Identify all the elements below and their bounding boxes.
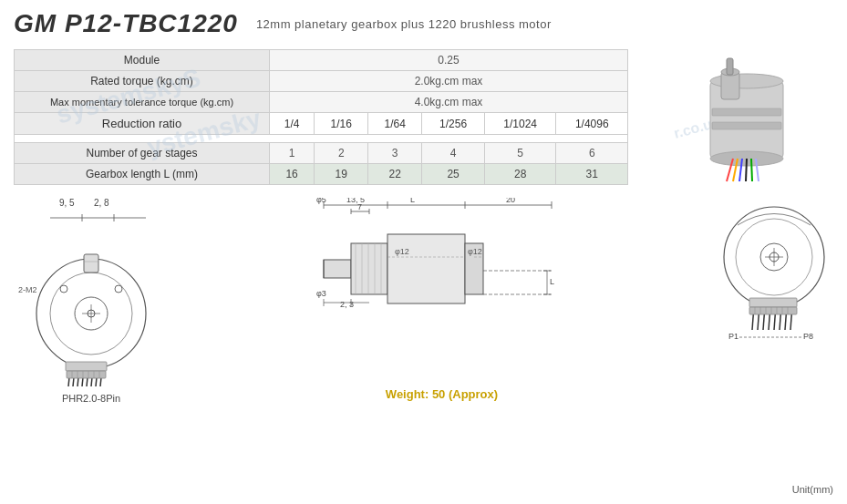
reduction-ratio-row: Reduction ratio 1/4 1/16 1/64 1/256 1/10… — [15, 113, 628, 135]
gear-stage-4: 4 — [422, 143, 485, 164]
module-label: Module — [15, 50, 270, 71]
unit-label: Unit(mm) — [792, 484, 833, 495]
svg-text:2, 3: 2, 3 — [340, 300, 354, 309]
svg-rect-28 — [84, 254, 98, 273]
product-subtitle: 12mm planetary gearbox plus 1220 brushle… — [256, 17, 552, 31]
page-container: GM P12-TBC1220 12mm planetary gearbox pl… — [0, 0, 847, 504]
weight-label: Weight: 50 (Approx) — [182, 387, 701, 401]
svg-rect-40 — [67, 371, 106, 378]
svg-text:φ3: φ3 — [316, 289, 326, 298]
svg-text:φ12: φ12 — [395, 247, 409, 256]
gear-stage-2: 2 — [315, 143, 368, 164]
svg-rect-63 — [387, 234, 465, 303]
svg-text:P1: P1 — [728, 332, 739, 341]
length-6: 31 — [556, 164, 628, 185]
svg-rect-99 — [749, 298, 797, 307]
length-3: 22 — [368, 164, 422, 185]
reduction-ratio-label: Reduction ratio — [15, 113, 270, 135]
drawing-center: φ5 13, 5 L 20 φ12 — [178, 198, 706, 401]
gearbox-length-label: Gearbox length L (mm) — [15, 164, 270, 185]
phr-label: PHR2.0-8Pin — [14, 393, 169, 404]
side-view-svg: φ5 13, 5 L 20 φ12 — [296, 198, 588, 380]
svg-point-27 — [115, 285, 122, 293]
length-1: 16 — [270, 164, 315, 185]
ratio-4: 1/256 — [422, 113, 485, 135]
length-5: 28 — [484, 164, 556, 185]
svg-rect-14 — [712, 122, 781, 129]
svg-text:13, 5: 13, 5 — [346, 198, 365, 204]
svg-rect-6 — [727, 58, 733, 75]
svg-line-11 — [751, 159, 752, 181]
max-torque-row: Max momentary tolerance torque (kg.cm) 4… — [15, 92, 628, 113]
rated-torque-value: 2.0kg.cm max — [270, 71, 628, 92]
gear-stage-6: 6 — [556, 143, 628, 164]
svg-rect-100 — [749, 307, 797, 314]
svg-point-26 — [60, 285, 67, 293]
gear-stages-label: Number of gear stages — [15, 143, 270, 164]
max-torque-value: 4.0kg.cm max — [270, 92, 628, 113]
ratio-1: 1/4 — [270, 113, 315, 135]
length-4: 25 — [422, 164, 485, 185]
gearbox-length-row: Gearbox length L (mm) 16 19 22 25 28 31 — [15, 164, 628, 185]
specs-area: Module 0.25 Rated torque (kg.cm) 2.0kg.c… — [14, 49, 833, 190]
ratio-5: 1/1024 — [484, 113, 556, 135]
product-image: r.co.uk — [642, 49, 833, 190]
rated-torque-label: Rated torque (kg.cm) — [15, 71, 270, 92]
header: GM P12-TBC1220 12mm planetary gearbox pl… — [14, 9, 833, 38]
product-image-svg: r.co.uk — [646, 54, 829, 186]
ratio-6: 1/4096 — [556, 113, 628, 135]
drawing-right: P1 P8 — [715, 198, 833, 374]
max-torque-label: Max momentary tolerance torque (kg.cm) — [15, 92, 270, 113]
module-row: Module 0.25 — [15, 50, 628, 71]
svg-text:L: L — [550, 277, 554, 286]
svg-rect-56 — [324, 260, 351, 278]
rated-torque-row: Rated torque (kg.cm) 2.0kg.cm max — [15, 71, 628, 92]
svg-text:L: L — [410, 198, 415, 204]
gear-stage-5: 5 — [484, 143, 556, 164]
rear-view-svg: P1 P8 — [715, 198, 833, 371]
svg-rect-57 — [351, 243, 387, 294]
svg-line-10 — [746, 159, 747, 181]
product-title: GM P12-TBC1220 — [14, 9, 238, 38]
svg-rect-13 — [712, 108, 781, 116]
svg-rect-39 — [66, 362, 107, 371]
ratio-2: 1/16 — [315, 113, 368, 135]
svg-text:20: 20 — [506, 198, 515, 204]
svg-text:7: 7 — [357, 202, 362, 211]
gear-stage-1: 1 — [270, 143, 315, 164]
gear-stage-3: 3 — [368, 143, 422, 164]
svg-text:P8: P8 — [803, 332, 813, 341]
length-2: 19 — [315, 164, 368, 185]
specs-table-container: Module 0.25 Rated torque (kg.cm) 2.0kg.c… — [14, 49, 628, 190]
module-value: 0.25 — [270, 50, 628, 71]
gear-stages-row: Number of gear stages 1 2 3 4 5 6 — [15, 143, 628, 164]
ratio-3: 1/64 — [368, 113, 422, 135]
svg-text:2-M2: 2-M2 — [18, 285, 37, 294]
drawing-left: 9, 5 2, 8 — [14, 198, 169, 404]
blank-row — [15, 135, 628, 143]
front-view-svg: 2-M2 — [14, 227, 169, 386]
drawing-area: 9, 5 2, 8 — [14, 198, 833, 404]
specs-table: Module 0.25 Rated torque (kg.cm) 2.0kg.c… — [14, 49, 628, 185]
svg-text:φ12: φ12 — [468, 247, 482, 256]
svg-text:φ5: φ5 — [316, 198, 326, 204]
